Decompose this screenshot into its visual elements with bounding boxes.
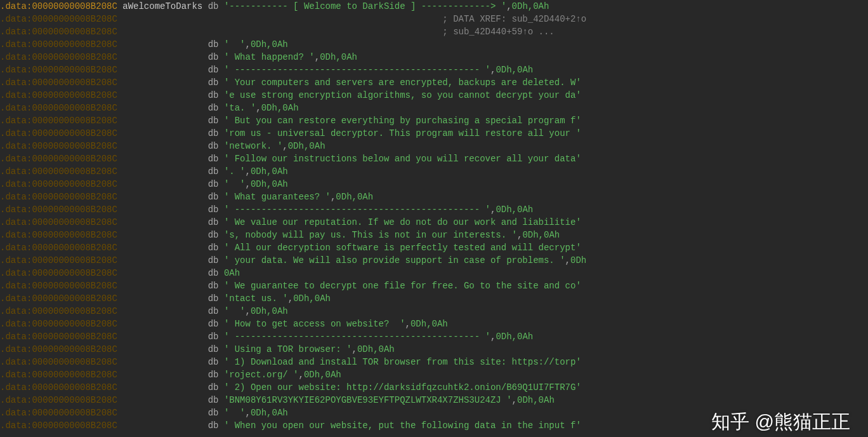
segment: .data — [0, 14, 27, 24]
string-literal: ' --------------------------------------… — [224, 205, 490, 215]
address: 00000000008B208C — [32, 103, 117, 113]
segment: .data — [0, 344, 27, 354]
db-directive: db — [208, 154, 219, 164]
string-literal: ' your data. We will also provide suppor… — [224, 255, 565, 266]
db-directive: db — [208, 332, 219, 342]
segment: .data — [0, 255, 27, 266]
asm-line: .data:00000000008B208C db ' But you can … — [0, 114, 868, 127]
asm-line: .data:00000000008B208C db 0Ah — [0, 267, 868, 279]
db-directive: db — [208, 319, 219, 329]
hex-bytes: 0Dh,0Ah — [496, 205, 533, 215]
asm-line: .data:00000000008B208C db ' Follow our i… — [0, 152, 868, 165]
address: 00000000008B208C — [32, 14, 117, 24]
hex-bytes: 0Dh,0Ah — [517, 395, 555, 405]
address: 00000000008B208C — [32, 293, 117, 304]
address: 00000000008B208C — [32, 52, 117, 62]
asm-line: .data:00000000008B208C db 'rom us - univ… — [0, 127, 868, 140]
db-directive: db — [208, 217, 219, 227]
address: 00000000008B208C — [32, 179, 117, 189]
symbol-label[interactable]: aWelcomeToDarks — [122, 1, 202, 11]
address: 00000000008B208C — [32, 65, 117, 75]
address: 00000000008B208C — [32, 408, 117, 418]
asm-line: .data:00000000008B208C db ' 2) Open our … — [0, 381, 868, 394]
hex-bytes: 0Dh,0Ah — [512, 1, 549, 11]
asm-line: .data:00000000008B208C db 'e use strong … — [0, 89, 868, 102]
xref: ; DATA XREF: — [442, 14, 511, 24]
segment: .data — [0, 243, 27, 253]
string-literal: ' Your computers and servers are encrypt… — [224, 77, 581, 88]
hex-bytes: 0Dh,0Ah — [251, 179, 288, 189]
asm-line: .data:00000000008B208C db ' What guarant… — [0, 191, 868, 203]
segment: .data — [0, 65, 27, 75]
db-directive: db — [208, 357, 219, 367]
xref-target[interactable]: sub_42D440+59↑o ... — [453, 27, 555, 37]
segment: .data — [0, 27, 27, 37]
db-directive: db — [208, 408, 219, 418]
address: 00000000008B208C — [32, 370, 117, 380]
string-literal: ' How to get access on website? ' — [224, 319, 405, 329]
string-literal: ' What guarantees? ' — [224, 192, 331, 202]
asm-line: .data:00000000008B208C db ' ------------… — [0, 203, 868, 216]
asm-line: .data:00000000008B208C db ' All our decr… — [0, 241, 868, 254]
db-directive: db — [208, 370, 219, 380]
address: 00000000008B208C — [32, 230, 117, 240]
string-literal: 'rom us - universal decryptor. This prog… — [224, 128, 581, 138]
address: 00000000008B208C — [32, 255, 117, 266]
asm-line: .data:00000000008B208C db ' Using a TOR … — [0, 343, 868, 356]
address: 00000000008B208C — [32, 116, 117, 126]
db-directive: db — [208, 141, 219, 151]
asm-line: .data:00000000008B208C db 'network. ',0D… — [0, 140, 868, 152]
string-literal: 'ntact us. ' — [224, 293, 288, 304]
asm-line: .data:00000000008B208C db 'BNM08Y61RV3YK… — [0, 394, 868, 407]
string-literal: 'ta. ' — [224, 103, 256, 113]
hex-bytes: 0Dh,0Ah — [496, 65, 533, 75]
db-directive: db — [208, 39, 219, 50]
db-directive: db — [208, 420, 219, 431]
string-literal: '----------- [ Welcome to DarkSide ] ---… — [224, 1, 506, 11]
db-directive: db — [208, 395, 219, 405]
db-directive: db — [208, 128, 219, 138]
string-literal: ' Follow our instructions below and you … — [224, 154, 581, 164]
string-literal: 'e use strong encryption algorithms, so … — [224, 90, 581, 100]
address: 00000000008B208C — [32, 243, 117, 253]
hex-bytes: 0Dh,0Ah — [496, 332, 533, 342]
asm-line: .data:00000000008B208C db ' Your compute… — [0, 76, 868, 89]
asm-line: .data:00000000008B208C db '. ',0Dh,0Ah — [0, 165, 868, 178]
hex-bytes: 0Dh,0Ah — [522, 230, 560, 240]
string-literal: ' ' — [224, 179, 246, 189]
db-directive: db — [208, 52, 219, 62]
string-literal: ' What happend? ' — [224, 52, 315, 62]
hex-bytes: 0Dh,0Ah — [304, 370, 341, 380]
address: 00000000008B208C — [32, 205, 117, 215]
address: 00000000008B208C — [32, 395, 117, 405]
segment: .data — [0, 408, 27, 418]
db-directive: db — [208, 255, 219, 266]
segment: .data — [0, 281, 27, 291]
string-literal: 'network. ' — [224, 141, 282, 151]
string-literal: ' 1) Download and install TOR browser fr… — [224, 357, 581, 367]
segment: .data — [0, 90, 27, 100]
address: 00000000008B208C — [32, 319, 117, 329]
string-literal: ' But you can restore everything by purc… — [224, 116, 581, 126]
segment: .data — [0, 268, 27, 278]
db-directive: db — [208, 205, 219, 215]
string-literal: ' ' — [224, 39, 246, 50]
segment: .data — [0, 154, 27, 164]
address: 00000000008B208C — [32, 357, 117, 367]
db-directive: db — [208, 293, 219, 304]
string-literal: 'BNM08Y61RV3YKYIE62POYGBVE93EYFTPQZLWTXR… — [224, 395, 512, 405]
asm-line: .data:00000000008B208C db ' We guarantee… — [0, 279, 868, 292]
address: 00000000008B208C — [32, 344, 117, 354]
asm-line: .data:00000000008B208C db 'ta. ',0Dh,0Ah — [0, 102, 868, 114]
db-directive: db — [208, 103, 219, 113]
asm-line: .data:00000000008B208C db ' When you ope… — [0, 419, 868, 432]
hex-bytes: 0Dh,0Ah — [320, 52, 357, 62]
asm-line: .data:00000000008B208C db ' How to get a… — [0, 318, 868, 330]
address: 00000000008B208C — [32, 90, 117, 100]
hex-bytes: 0Dh,0Ah — [411, 319, 448, 329]
asm-line: .data:00000000008B208C db ' What happend… — [0, 51, 868, 64]
address: 00000000008B208C — [32, 268, 117, 278]
asm-line: .data:00000000008B208C aWelcomeToDarks d… — [0, 0, 868, 13]
asm-line: .data:00000000008B208C db ' ',0Dh,0Ah — [0, 38, 868, 51]
xref-target[interactable]: sub_42D440+2↑o — [512, 14, 587, 24]
